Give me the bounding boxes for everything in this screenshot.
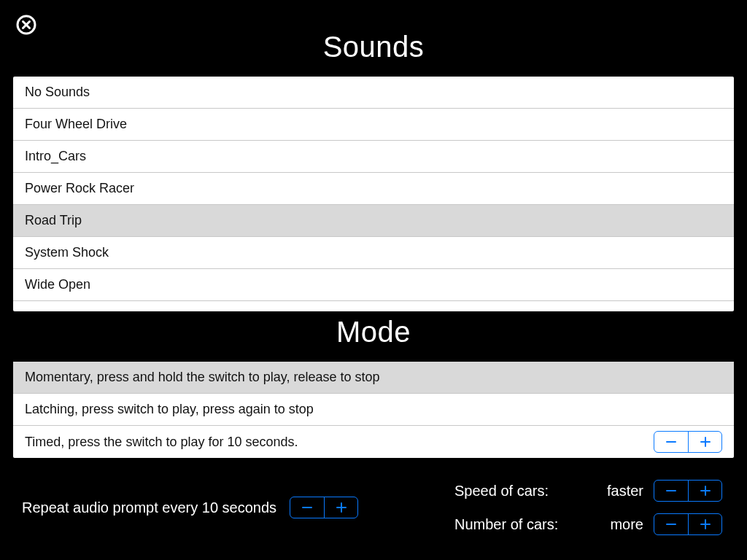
- number-stepper: [654, 513, 722, 535]
- sounds-row[interactable]: System Shock: [13, 237, 734, 269]
- mode-row-label: Timed, press the switch to play for 10 s…: [25, 435, 298, 450]
- number-value: more: [600, 516, 643, 533]
- speed-label: Speed of cars:: [454, 483, 589, 499]
- close-button[interactable]: [16, 15, 36, 35]
- repeat-decrement-button[interactable]: [290, 497, 324, 518]
- speed-control: Speed of cars: faster: [454, 480, 722, 502]
- minus-icon: [665, 518, 678, 531]
- sounds-row-label: Wide Open: [25, 277, 90, 292]
- number-label: Number of cars:: [454, 516, 589, 533]
- mode-list: Momentary, press and hold the switch to …: [13, 362, 734, 458]
- timed-increment-button[interactable]: [688, 432, 721, 452]
- plus-icon: [335, 501, 348, 514]
- sounds-row[interactable]: Intro_Cars: [13, 141, 734, 173]
- number-control: Number of cars: more: [454, 513, 722, 535]
- timed-stepper: [654, 431, 722, 453]
- mode-row-label: Latching, press switch to play, press ag…: [25, 402, 314, 417]
- sounds-row-label: Road Trip: [25, 213, 82, 228]
- sounds-row[interactable]: No Sounds: [13, 77, 734, 109]
- right-controls: Speed of cars: faster Number of cars: mo…: [454, 480, 722, 535]
- plus-icon: [699, 518, 712, 531]
- sounds-heading: Sounds: [0, 31, 747, 63]
- repeat-control: Repeat audio prompt every 10 seconds: [22, 480, 358, 535]
- sounds-row[interactable]: Wide Open: [13, 269, 734, 301]
- close-icon: [16, 15, 36, 35]
- repeat-increment-button[interactable]: [324, 497, 357, 518]
- repeat-label: Repeat audio prompt every 10 seconds: [22, 499, 276, 516]
- speed-decrement-button[interactable]: [654, 481, 688, 501]
- speed-stepper: [654, 480, 722, 502]
- number-decrement-button[interactable]: [654, 514, 688, 534]
- timed-decrement-button[interactable]: [654, 432, 688, 452]
- minus-icon: [665, 484, 678, 497]
- repeat-stepper: [290, 497, 358, 518]
- mode-row[interactable]: Momentary, press and hold the switch to …: [13, 362, 734, 394]
- sounds-row[interactable]: Four Wheel Drive: [13, 109, 734, 141]
- mode-row[interactable]: Timed, press the switch to play for 10 s…: [13, 426, 734, 458]
- speed-value: faster: [600, 483, 643, 499]
- sounds-row-label: System Shock: [25, 245, 109, 260]
- bottom-controls: Repeat audio prompt every 10 seconds Spe…: [22, 480, 722, 535]
- sounds-list: No SoundsFour Wheel DriveIntro_CarsPower…: [13, 77, 734, 311]
- mode-heading: Mode: [0, 316, 747, 349]
- mode-row[interactable]: Latching, press switch to play, press ag…: [13, 394, 734, 426]
- sounds-row-label: Four Wheel Drive: [25, 117, 127, 132]
- minus-icon: [665, 435, 678, 448]
- sounds-row-label: Power Rock Racer: [25, 181, 134, 196]
- sounds-row[interactable]: Road Trip: [13, 205, 734, 237]
- sounds-row-label: No Sounds: [25, 85, 90, 100]
- mode-row-label: Momentary, press and hold the switch to …: [25, 370, 380, 385]
- plus-icon: [699, 435, 712, 448]
- speed-increment-button[interactable]: [688, 481, 721, 501]
- plus-icon: [699, 484, 712, 497]
- sounds-row[interactable]: Power Rock Racer: [13, 173, 734, 205]
- sounds-row-label: Intro_Cars: [25, 149, 86, 164]
- number-increment-button[interactable]: [688, 514, 721, 534]
- minus-icon: [301, 501, 314, 514]
